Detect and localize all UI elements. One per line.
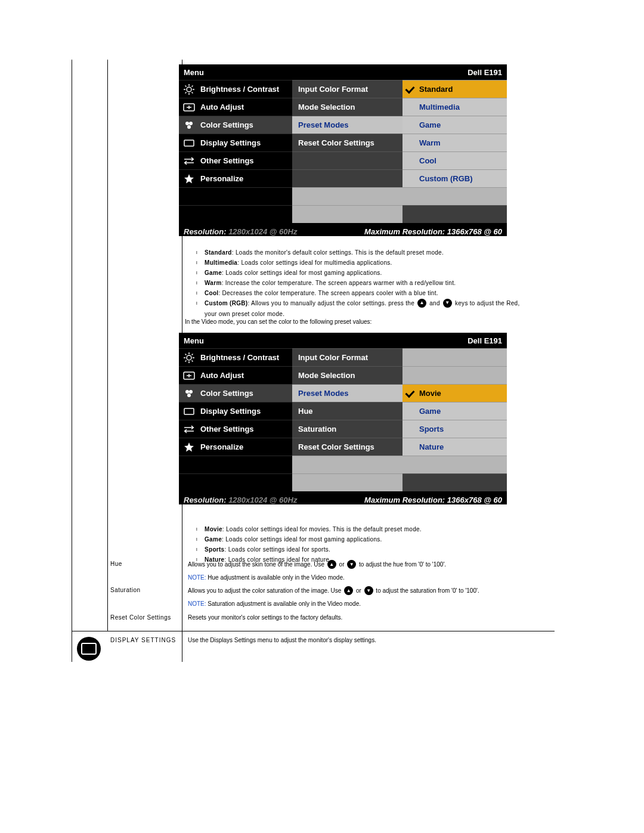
option-multimedia[interactable]: Multimedia bbox=[402, 98, 507, 116]
sub-mode-selection[interactable]: Mode Selection bbox=[292, 366, 402, 384]
preset-graphics-list: Standard: Loads the monitor's default co… bbox=[188, 248, 546, 318]
display-settings-icon bbox=[182, 137, 196, 150]
personalize-icon bbox=[182, 441, 196, 454]
osd-screenshot-graphics: Menu Dell E191 Brightness / Contrast Aut… bbox=[179, 64, 507, 236]
svg-line-6 bbox=[192, 92, 193, 93]
menu-item-brightness[interactable]: Brightness / Contrast bbox=[179, 80, 292, 98]
option-game[interactable]: Game bbox=[402, 402, 507, 420]
osd-main-menu: Brightness / Contrast Auto Adjust Color … bbox=[179, 80, 292, 223]
row-label-saturation: Saturation bbox=[110, 587, 179, 593]
sub-preset-modes[interactable]: Preset Modes bbox=[292, 384, 402, 402]
osd-resolution: Resolution: 1280x1024 @ 60Hz bbox=[184, 227, 297, 236]
svg-point-12 bbox=[185, 122, 189, 125]
svg-line-8 bbox=[185, 92, 187, 93]
option-blank bbox=[402, 456, 507, 473]
option-sports[interactable]: Sports bbox=[402, 420, 507, 438]
display-icon bbox=[77, 637, 101, 661]
sub-hue[interactable]: Hue bbox=[292, 402, 402, 420]
osd-resolution: Resolution: 1280x1024 @ 60Hz bbox=[184, 496, 297, 504]
option-custom-rgb[interactable]: Custom (RGB) bbox=[402, 169, 507, 187]
row-label-reset-color: Reset Color Settings bbox=[110, 614, 179, 621]
option-nature[interactable]: Nature bbox=[402, 438, 507, 456]
menu-item-display-settings[interactable]: Display Settings bbox=[179, 402, 292, 420]
svg-line-5 bbox=[185, 85, 187, 86]
osd-main-menu: Brightness / Contrast Auto Adjust Color … bbox=[179, 348, 292, 491]
desc-game: Game: Loads color settings ideal for mos… bbox=[188, 268, 546, 277]
svg-rect-15 bbox=[184, 140, 194, 146]
menu-item-other-settings[interactable]: Other Settings bbox=[179, 151, 292, 169]
auto-adjust-icon bbox=[182, 101, 196, 114]
svg-point-33 bbox=[187, 394, 191, 397]
sub-saturation[interactable]: Saturation bbox=[292, 420, 402, 438]
sub-blank bbox=[292, 456, 402, 473]
down-key-icon: ▼ bbox=[364, 586, 373, 595]
option-cool[interactable]: Cool bbox=[402, 151, 507, 169]
desc-multimedia: Multimedia: Loads color settings ideal f… bbox=[188, 258, 546, 267]
svg-line-25 bbox=[192, 360, 193, 361]
option-blank bbox=[402, 348, 507, 366]
brightness-icon bbox=[182, 83, 196, 96]
sub-blank bbox=[292, 187, 402, 205]
up-key-icon: ▲ bbox=[327, 560, 336, 569]
sub-mode-selection[interactable]: Mode Selection bbox=[292, 98, 402, 116]
desc-cool: Cool: Decreases the color temperature. T… bbox=[188, 289, 546, 298]
osd-options: Standard Multimedia Game Warm Cool Custo… bbox=[402, 80, 507, 223]
sub-blank bbox=[292, 169, 402, 187]
check-icon bbox=[405, 85, 416, 93]
osd-title: Menu bbox=[184, 68, 204, 77]
up-key-icon: ▲ bbox=[417, 299, 426, 308]
osd-max-resolution: Maximum Resolution: 1366x768 @ 60 bbox=[364, 227, 502, 236]
row-label-hue: Hue bbox=[110, 561, 179, 567]
menu-item-blank bbox=[179, 187, 292, 205]
sub-blank bbox=[292, 205, 402, 223]
option-warm[interactable]: Warm bbox=[402, 134, 507, 151]
note-label: NOTE: bbox=[188, 600, 206, 607]
brightness-icon bbox=[182, 351, 196, 364]
svg-point-32 bbox=[189, 390, 193, 394]
down-key-icon: ▼ bbox=[443, 299, 452, 308]
osd-brand: Dell E191 bbox=[467, 336, 502, 345]
svg-point-19 bbox=[187, 355, 191, 360]
osd-brand: Dell E191 bbox=[467, 68, 502, 77]
menu-item-brightness[interactable]: Brightness / Contrast bbox=[179, 348, 292, 366]
row-label-display-settings: DISPLAY SETTINGS bbox=[110, 637, 179, 643]
osd-screenshot-video: Menu Dell E191 Brightness / Contrast Aut… bbox=[179, 333, 507, 504]
down-key-icon: ▼ bbox=[347, 560, 356, 569]
personalize-icon bbox=[182, 172, 196, 185]
menu-item-other-settings[interactable]: Other Settings bbox=[179, 420, 292, 438]
osd-options: Movie Game Sports Nature bbox=[402, 348, 507, 491]
menu-item-auto-adjust[interactable]: Auto Adjust bbox=[179, 98, 292, 116]
color-settings-icon bbox=[182, 387, 196, 400]
desc-warm: Warm: Increase the color temperature. Th… bbox=[188, 278, 546, 287]
option-blank bbox=[402, 205, 507, 223]
sub-reset-color[interactable]: Reset Color Settings bbox=[292, 438, 402, 456]
sub-preset-modes[interactable]: Preset Modes bbox=[292, 116, 402, 134]
svg-point-31 bbox=[185, 390, 189, 394]
menu-item-blank bbox=[179, 456, 292, 473]
menu-item-personalize[interactable]: Personalize bbox=[179, 169, 292, 187]
document-page: Menu Dell E191 Brightness / Contrast Aut… bbox=[0, 0, 644, 833]
video-mode-intro: In the Video mode, you can set the color… bbox=[185, 318, 543, 325]
sub-reset-color[interactable]: Reset Color Settings bbox=[292, 134, 402, 151]
option-game[interactable]: Game bbox=[402, 116, 507, 134]
menu-item-display-settings[interactable]: Display Settings bbox=[179, 134, 292, 151]
table-border-section bbox=[72, 631, 555, 631]
svg-line-26 bbox=[192, 354, 193, 355]
menu-item-color-settings[interactable]: Color Settings bbox=[179, 116, 292, 134]
check-icon bbox=[405, 389, 416, 397]
table-border-left bbox=[72, 60, 72, 662]
preset-video-list: Movie: Loads color settings ideal for mo… bbox=[188, 525, 546, 564]
sub-input-color-format[interactable]: Input Color Format bbox=[292, 348, 402, 366]
menu-item-blank bbox=[179, 205, 292, 223]
desc-standard: Standard: Loads the monitor's default co… bbox=[188, 248, 546, 257]
menu-item-auto-adjust[interactable]: Auto Adjust bbox=[179, 366, 292, 384]
menu-item-personalize[interactable]: Personalize bbox=[179, 438, 292, 456]
other-settings-icon bbox=[182, 423, 196, 436]
desc-custom: Custom (RGB): Allows you to manually adj… bbox=[188, 299, 546, 318]
menu-item-color-settings[interactable]: Color Settings bbox=[179, 384, 292, 402]
option-standard[interactable]: Standard bbox=[402, 80, 507, 98]
other-settings-icon bbox=[182, 154, 196, 168]
sub-input-color-format[interactable]: Input Color Format bbox=[292, 80, 402, 98]
option-movie[interactable]: Movie bbox=[402, 384, 507, 402]
svg-line-27 bbox=[185, 360, 187, 361]
